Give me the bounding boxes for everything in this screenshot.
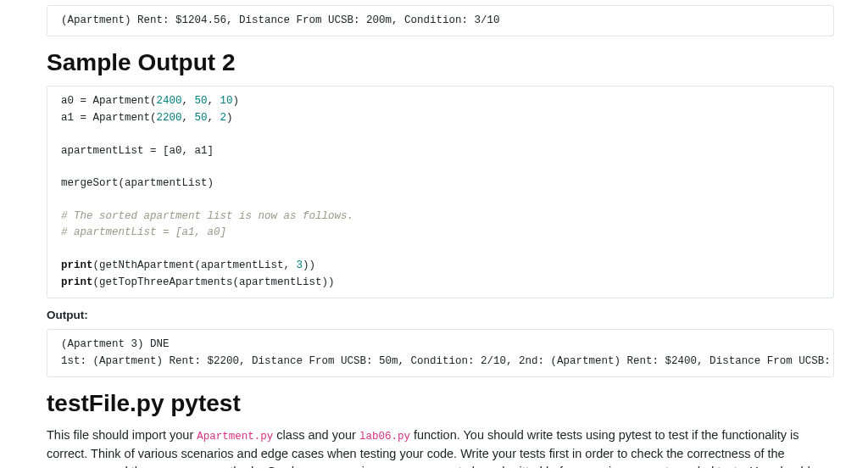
heading-sample-output-2: Sample Output 2 xyxy=(47,45,834,81)
code-block-sample-2: a0 = Apartment(2400, 50, 10) a1 = Apartm… xyxy=(47,86,834,298)
output-label: Output: xyxy=(47,307,834,324)
heading-testfile-pytest: testFile.py pytest xyxy=(47,386,834,421)
code-apartment-py: Apartment.py xyxy=(197,431,273,443)
code-lab06-py: lab06.py xyxy=(359,431,410,443)
code-block-output-2: (Apartment 3) DNE 1st: (Apartment) Rent:… xyxy=(47,329,834,377)
testfile-paragraph: This file should import your Apartment.p… xyxy=(47,426,834,468)
code-block-prev-output: (Apartment) Rent: $1204.56, Distance Fro… xyxy=(47,5,834,36)
